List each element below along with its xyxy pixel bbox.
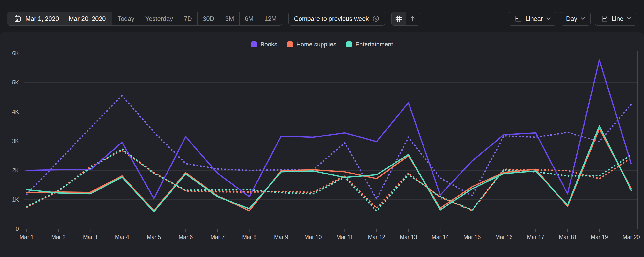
legend-item-books[interactable]: Books xyxy=(251,41,277,48)
line-chart-icon xyxy=(600,15,608,23)
chart-panel: Books Home supplies Entertainment 01K2K3… xyxy=(0,33,644,257)
preset-today[interactable]: Today xyxy=(112,12,140,26)
svg-text:Mar 5: Mar 5 xyxy=(147,234,161,240)
svg-text:Mar 14: Mar 14 xyxy=(432,234,449,240)
svg-text:Mar 20: Mar 20 xyxy=(622,234,640,240)
svg-text:Mar 8: Mar 8 xyxy=(242,234,256,240)
preset-7d[interactable]: 7D xyxy=(178,12,197,26)
svg-text:Mar 12: Mar 12 xyxy=(368,234,385,240)
entertainment-swatch xyxy=(346,41,352,48)
grid-toggle-button[interactable] xyxy=(392,12,406,26)
svg-text:Mar 11: Mar 11 xyxy=(336,234,353,240)
granularity-dropdown[interactable]: Day xyxy=(560,12,590,26)
chart-options: Linear Day Line xyxy=(508,12,637,26)
svg-text:0: 0 xyxy=(16,226,19,232)
chart-type-dropdown[interactable]: Line xyxy=(595,12,637,26)
grid-icon xyxy=(395,15,402,22)
date-range-group: Mar 1, 2020 — Mar 20, 2020 Today Yesterd… xyxy=(7,12,282,26)
svg-text:Mar 17: Mar 17 xyxy=(527,234,544,240)
books-swatch xyxy=(251,41,257,48)
remove-compare-icon[interactable] xyxy=(372,15,380,22)
preset-yesterday[interactable]: Yesterday xyxy=(140,12,178,26)
chart-svg: 01K2K3K4K5K6KMar 1Mar 2Mar 3Mar 4Mar 5Ma… xyxy=(0,48,644,257)
svg-text:Mar 9: Mar 9 xyxy=(274,234,288,240)
svg-text:Mar 18: Mar 18 xyxy=(559,234,576,240)
date-range-picker[interactable]: Mar 1, 2020 — Mar 20, 2020 xyxy=(8,12,112,26)
svg-text:5K: 5K xyxy=(12,79,19,86)
svg-text:Mar 2: Mar 2 xyxy=(51,234,66,240)
svg-text:3K: 3K xyxy=(12,138,19,144)
svg-text:Mar 4: Mar 4 xyxy=(115,234,129,240)
svg-text:Mar 6: Mar 6 xyxy=(179,234,193,240)
preset-6m[interactable]: 6M xyxy=(239,12,259,26)
svg-text:Mar 1: Mar 1 xyxy=(20,234,34,240)
compare-chip[interactable]: Compare to previous week xyxy=(288,12,385,26)
svg-text:1K: 1K xyxy=(12,196,19,203)
axis-scale-icon xyxy=(514,15,522,23)
home-supplies-swatch xyxy=(287,41,293,48)
legend-label: Home supplies xyxy=(296,41,336,48)
chevron-down-icon xyxy=(581,17,585,20)
svg-text:Mar 10: Mar 10 xyxy=(304,234,322,240)
legend-label: Books xyxy=(260,41,277,48)
preset-12m[interactable]: 12M xyxy=(259,12,282,26)
date-range-label: Mar 1, 2020 — Mar 20, 2020 xyxy=(26,15,106,23)
preset-30d[interactable]: 30D xyxy=(197,12,220,26)
svg-text:Mar 19: Mar 19 xyxy=(591,234,608,240)
legend-item-entertainment[interactable]: Entertainment xyxy=(346,41,393,48)
calendar-icon xyxy=(14,15,22,23)
scale-dropdown[interactable]: Linear xyxy=(508,12,556,26)
chevron-down-icon xyxy=(627,17,631,20)
svg-text:Mar 13: Mar 13 xyxy=(400,234,417,240)
chart-legend: Books Home supplies Entertainment xyxy=(0,33,644,48)
granularity-label: Day xyxy=(566,15,577,23)
toolbar: Mar 1, 2020 — Mar 20, 2020 Today Yesterd… xyxy=(0,0,644,28)
svg-text:Mar 15: Mar 15 xyxy=(464,234,481,240)
svg-text:6K: 6K xyxy=(12,50,19,56)
display-toggle-group xyxy=(392,12,420,26)
svg-text:Mar 16: Mar 16 xyxy=(495,234,513,240)
chevron-down-icon xyxy=(546,17,551,20)
preset-3m[interactable]: 3M xyxy=(220,12,239,26)
scale-label: Linear xyxy=(525,15,543,23)
svg-text:4K: 4K xyxy=(12,109,19,115)
chart-type-label: Line xyxy=(612,15,624,23)
svg-text:2K: 2K xyxy=(12,167,19,173)
svg-text:Mar 3: Mar 3 xyxy=(83,234,98,240)
compare-label: Compare to previous week xyxy=(294,15,369,23)
svg-text:Mar 7: Mar 7 xyxy=(210,234,224,240)
legend-item-home-supplies[interactable]: Home supplies xyxy=(287,41,336,48)
sort-toggle-button[interactable] xyxy=(406,12,420,26)
legend-label: Entertainment xyxy=(355,41,393,48)
arrow-up-icon xyxy=(409,15,416,22)
line-chart: 01K2K3K4K5K6KMar 1Mar 2Mar 3Mar 4Mar 5Ma… xyxy=(0,48,644,257)
